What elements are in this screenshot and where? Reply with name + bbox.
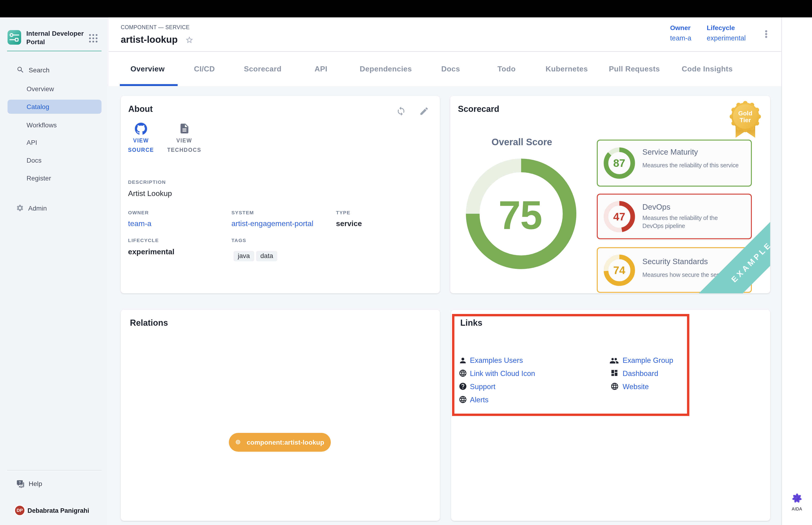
svg-text:?: ? xyxy=(19,481,21,484)
svg-text:Tier: Tier xyxy=(739,116,751,123)
svg-text:Gold: Gold xyxy=(738,109,752,117)
